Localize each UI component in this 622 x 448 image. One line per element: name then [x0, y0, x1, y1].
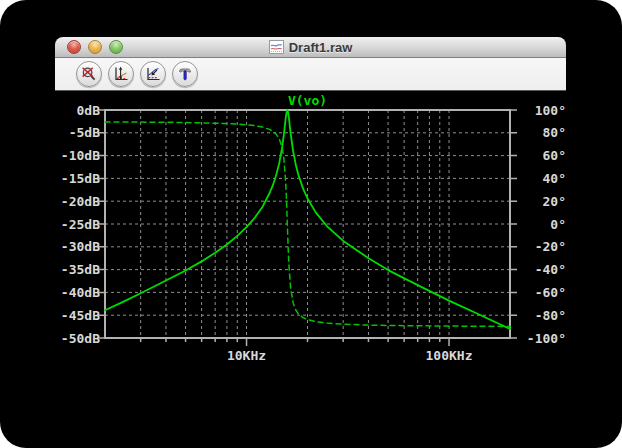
control-panel-button[interactable]: [172, 61, 198, 87]
ltspice-window: Draft1.raw: [55, 37, 566, 420]
plot-settings-icon: [145, 66, 161, 82]
zoom-back-button[interactable]: [76, 61, 102, 87]
window-title: Draft1.raw: [289, 40, 353, 55]
titlebar[interactable]: Draft1.raw: [55, 37, 566, 58]
close-button[interactable]: [67, 40, 81, 54]
autorange-y-icon: [113, 66, 129, 82]
control-panel-icon: [177, 66, 193, 82]
traffic-lights: [67, 37, 123, 57]
zoom-button[interactable]: [109, 40, 123, 54]
minimize-button[interactable]: [88, 40, 102, 54]
plot-settings-button[interactable]: [140, 61, 166, 87]
zoom-back-icon: [81, 66, 97, 82]
toolbar: [55, 58, 566, 91]
screen-background: 0dB-5dB-10dB-15dB-20dB-25dB-30dB-35dB-40…: [0, 0, 622, 448]
title-group: Draft1.raw: [269, 40, 353, 55]
document-icon: [269, 40, 284, 54]
autorange-y-button[interactable]: [108, 61, 134, 87]
